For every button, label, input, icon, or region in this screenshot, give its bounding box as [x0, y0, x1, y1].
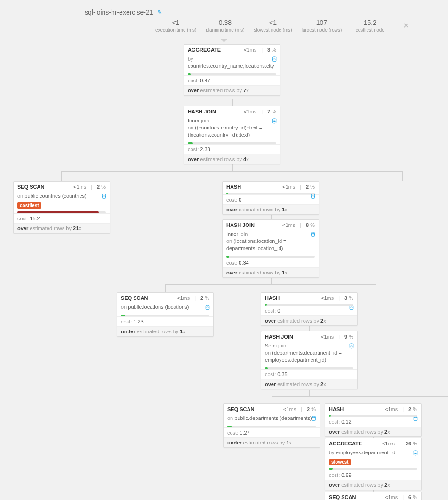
database-icon[interactable] — [310, 232, 316, 239]
bar-fill — [188, 73, 191, 75]
plan-stage: AGGREGATE<1ms|3 % by countries.country_n… — [0, 0, 448, 500]
node-seqscan-departments[interactable]: SEQ SCAN<1ms|2 % on public.departments (… — [223, 403, 320, 448]
database-icon[interactable] — [311, 416, 317, 423]
svg-point-1 — [272, 119, 276, 120]
database-icon[interactable] — [272, 118, 277, 126]
node-seqscan-employees[interactable]: SEQ SCAN<1ms|6 % on public.employees (em… — [325, 492, 422, 500]
svg-point-5 — [206, 305, 209, 306]
node-seqscan-locations[interactable]: SEQ SCAN<1ms|2 % on public.locations (lo… — [117, 292, 214, 337]
node-hash-2[interactable]: HASH<1ms|3 % cost: 0 over estimated rows… — [261, 292, 358, 326]
database-icon[interactable] — [272, 56, 277, 64]
node-hash-join-2[interactable]: HASH JOIN<1ms|8 % Inner joinon (location… — [222, 219, 319, 278]
conn — [232, 99, 233, 106]
tag-slowest: slowest — [329, 459, 351, 465]
node-aggregate-2[interactable]: AGGREGATE<1ms|26 % by employees.departme… — [325, 438, 422, 490]
node-hash-1[interactable]: HASH<1ms|2 % cost: 0 over estimated rows… — [222, 181, 319, 215]
node-hash-join-3[interactable]: HASH JOIN<1ms|9 % Semi joinon (departmen… — [261, 331, 358, 389]
database-icon[interactable] — [413, 416, 418, 423]
database-icon[interactable] — [310, 194, 316, 201]
svg-point-10 — [414, 451, 417, 452]
conn — [232, 164, 233, 171]
database-icon[interactable] — [101, 194, 107, 201]
node-seqscan-countries[interactable]: SEQ SCAN<1ms|2 % on public.countries (co… — [13, 181, 110, 234]
svg-point-8 — [312, 416, 316, 418]
conn — [61, 171, 403, 181]
conn — [272, 396, 448, 403]
database-icon[interactable] — [413, 450, 418, 458]
tag-costliest: costliest — [17, 202, 41, 209]
database-icon[interactable] — [205, 305, 210, 312]
svg-point-2 — [102, 194, 106, 195]
node-hash-join-1[interactable]: HASH JOIN<1ms|7 % Inner joinon ((countri… — [184, 106, 280, 164]
conn — [309, 390, 310, 396]
database-icon[interactable] — [349, 343, 354, 351]
database-icon[interactable] — [349, 305, 354, 312]
svg-point-7 — [350, 344, 353, 345]
conn — [165, 284, 376, 292]
node-aggregate-root[interactable]: AGGREGATE<1ms|3 % by countries.country_n… — [184, 44, 280, 96]
conn — [271, 278, 272, 284]
node-hash-3[interactable]: HASH<1ms|2 % cost: 0.12 over estimated r… — [325, 403, 422, 437]
svg-point-4 — [311, 232, 315, 234]
svg-point-0 — [272, 57, 276, 58]
